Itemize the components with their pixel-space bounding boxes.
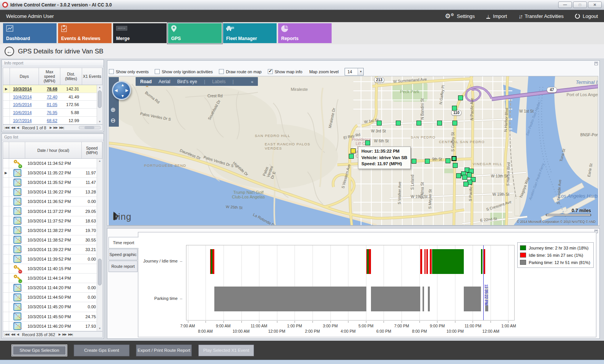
- checkbox-draw-route-on-map[interactable]: Draw route on map: [219, 69, 262, 74]
- column-header[interactable]: Max speed (MPH): [39, 68, 60, 85]
- gps-row[interactable]: 10/3/2014 11:38:22 PM19.70: [3, 226, 102, 235]
- pan-right-icon[interactable]: ▶: [125, 88, 128, 92]
- gps-list-scrollbar[interactable]: ▲ ▼: [97, 159, 102, 331]
- max-speed-link[interactable]: 72.40: [47, 95, 57, 99]
- gps-row[interactable]: 10/3/2014 11:46:20 PM17.93: [3, 322, 102, 331]
- pager-prev-button[interactable]: ◀: [17, 126, 19, 129]
- gps-marker-highlighted[interactable]: [351, 148, 356, 153]
- gps-marker[interactable]: [462, 175, 467, 180]
- gps-row[interactable]: 10/3/2014 11:37:22 PM29.05: [3, 206, 102, 216]
- day-link[interactable]: 10/4/2014: [13, 95, 32, 99]
- map-zoom-out-button[interactable]: ⊖: [110, 117, 115, 124]
- gps-row[interactable]: 10/3/2014 11:44:20 PM0.00: [3, 283, 102, 293]
- gps-row[interactable]: −10/3/2014 11:40:15 PM: [3, 264, 102, 274]
- close-button[interactable]: ✕: [588, 2, 602, 8]
- gps-marker[interactable]: [445, 158, 450, 163]
- gps-marker[interactable]: [425, 159, 430, 164]
- pan-down-icon[interactable]: ▼: [121, 94, 125, 98]
- map-zoom-dropdown[interactable]: 14▼: [345, 68, 364, 76]
- show-gps-selection-button[interactable]: Show Gps Selection: [11, 345, 67, 356]
- scroll-down-icon[interactable]: ▼: [97, 326, 102, 331]
- checkbox-show-map-info[interactable]: Show map info: [268, 69, 303, 74]
- back-button[interactable]: ←: [5, 47, 14, 56]
- column-header[interactable]: X1 Events: [82, 68, 102, 85]
- bing-map[interactable]: ⊕ ⊖ ▲ ▼ ◀ ▶ RoadAerialBird's eye|Labels|…: [108, 76, 598, 225]
- map-mode-bird-s-eye[interactable]: Bird's eye: [177, 79, 197, 84]
- table-row[interactable]: 10/5/201481.05172.56: [3, 101, 102, 109]
- map-mode-aerial[interactable]: Aerial: [159, 79, 170, 84]
- gps-row[interactable]: 10/3/2014 11:38:52 PM30.55: [3, 235, 102, 245]
- tab-gps[interactable]: GPS: [168, 23, 222, 43]
- day-link[interactable]: 10/6/2014: [13, 110, 32, 115]
- import-button[interactable]: ↓ Import: [486, 13, 507, 19]
- logout-button[interactable]: Logout: [575, 13, 598, 19]
- scroll-up-icon[interactable]: ▲: [97, 85, 102, 90]
- gps-marker[interactable]: [437, 121, 442, 126]
- checkbox-icon[interactable]: [219, 69, 224, 74]
- map-toolbar-collapse-button[interactable]: «: [251, 79, 253, 84]
- gps-marker[interactable]: [349, 154, 354, 159]
- gps-marker[interactable]: [452, 156, 457, 161]
- table-row[interactable]: 10/7/201468.6212.99: [3, 117, 102, 125]
- gps-marker[interactable]: [377, 121, 382, 126]
- day-link[interactable]: 10/7/2014: [13, 118, 32, 123]
- pager-first-button[interactable]: |◀◀: [5, 126, 9, 129]
- tab-reports[interactable]: Reports: [278, 23, 332, 43]
- checkbox-show-only-ignition-activities[interactable]: Show only ignition activities: [155, 69, 213, 74]
- gps-row[interactable]: 10/3/2014 11:44:50 PM0.00: [3, 293, 102, 302]
- gps-row[interactable]: 10/3/2014 11:39:52 PM0.00: [3, 254, 102, 264]
- settings-button[interactable]: ⚙⚙ Settings: [445, 13, 475, 19]
- checkbox-show-only-events[interactable]: Show only events: [109, 69, 149, 74]
- pager-next-page-button[interactable]: ▶▶: [62, 333, 66, 336]
- gps-row[interactable]: 10/3/2014 11:39:22 PM33.21: [3, 245, 102, 254]
- gps-row[interactable]: 10/3/2014 11:35:52 PM11.47: [3, 178, 102, 187]
- pager-last-button[interactable]: ▶▶|: [59, 126, 63, 129]
- column-header[interactable]: Date / hour (local): [25, 142, 82, 158]
- tab-merge[interactable]: MERGEMerge: [113, 23, 167, 43]
- gps-row[interactable]: ▶10/3/2014 11:35:22 PM11.97: [3, 168, 102, 178]
- create-gps-event-button[interactable]: Create Gps Event: [74, 345, 130, 356]
- pager-prev-page-button[interactable]: ◀◀: [11, 333, 15, 336]
- gps-row[interactable]: 10/3/2014 11:45:50 PM24.75: [3, 312, 102, 322]
- column-header[interactable]: Speed (MPH): [82, 142, 102, 158]
- day-link[interactable]: 10/3/2014: [13, 87, 32, 91]
- tab-fleet-manager[interactable]: Fleet Manager: [223, 23, 277, 43]
- pager-prev-page-button[interactable]: ◀◀: [11, 126, 15, 129]
- pager-last-button[interactable]: ▶▶|: [68, 333, 73, 336]
- gps-marker[interactable]: [453, 163, 458, 168]
- column-header[interactable]: Dist. (Miles): [60, 68, 82, 85]
- table-row[interactable]: 10/6/201476.955.88: [3, 109, 102, 117]
- max-speed-link[interactable]: 81.05: [47, 102, 57, 107]
- minimize-button[interactable]: —: [558, 2, 572, 8]
- gps-marker[interactable]: [452, 106, 457, 111]
- table-row[interactable]: ▶10/3/201478.68142.31: [3, 85, 102, 93]
- gps-row[interactable]: +10/3/2014 11:34:52 PM: [3, 159, 102, 168]
- gps-marker[interactable]: [458, 95, 463, 100]
- transfer-activities-button[interactable]: ↓↑ Transfer Activities: [518, 13, 564, 19]
- chart-tab-speed-graphic[interactable]: Speed graphic: [108, 249, 138, 260]
- max-speed-link[interactable]: 68.62: [47, 118, 57, 123]
- scroll-up-icon[interactable]: ▲: [97, 159, 102, 163]
- pager-next-button[interactable]: ▶: [50, 126, 52, 129]
- export-print-route-report-button[interactable]: Export / Print Route Report: [136, 345, 192, 356]
- map-pan-control[interactable]: ▲ ▼ ◀ ▶: [112, 81, 131, 100]
- info-report-scrollbar[interactable]: ▲ ▼: [97, 85, 102, 124]
- scroll-down-icon[interactable]: ▼: [97, 119, 102, 124]
- gps-row[interactable]: 10/3/2014 11:36:52 PM0.00: [3, 197, 102, 206]
- pager-hscrollbar[interactable]: [79, 126, 101, 129]
- gps-marker[interactable]: [452, 121, 457, 126]
- map-zoom-in-button[interactable]: ⊕: [110, 106, 115, 113]
- checkbox-icon[interactable]: [109, 69, 114, 74]
- table-row[interactable]: 10/4/201472.4041.49: [3, 93, 102, 101]
- pan-left-icon[interactable]: ◀: [115, 88, 118, 92]
- pager-next-page-button[interactable]: ▶▶: [53, 126, 57, 129]
- max-speed-link[interactable]: 78.68: [47, 87, 57, 91]
- gps-marker[interactable]: [416, 121, 421, 126]
- day-link[interactable]: 10/5/2014: [13, 102, 32, 107]
- map-mode-labels[interactable]: Labels: [212, 79, 225, 84]
- column-header[interactable]: Days: [10, 68, 39, 85]
- checkbox-icon[interactable]: [268, 69, 273, 74]
- max-speed-link[interactable]: 76.95: [47, 110, 57, 115]
- gps-marker[interactable]: [365, 140, 370, 145]
- map-mode-road[interactable]: Road: [140, 79, 152, 84]
